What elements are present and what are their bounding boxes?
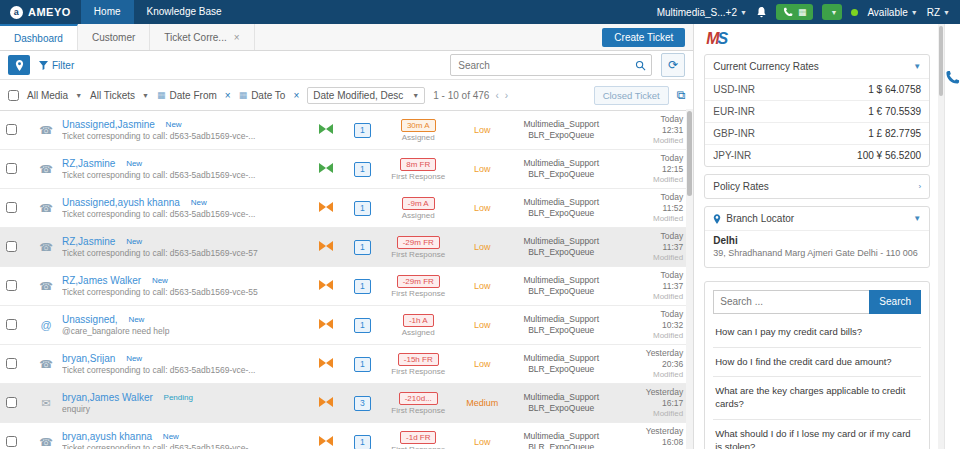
row-checkbox[interactable] <box>6 241 17 252</box>
select-all-checkbox[interactable] <box>8 90 19 101</box>
closed-ticket-button[interactable]: Closed Ticket <box>594 86 669 105</box>
row-checkbox-cell <box>6 397 30 410</box>
ticket-state-cell <box>305 241 347 253</box>
ticket-subject-link[interactable]: RZ,Jasmine <box>62 236 115 247</box>
date-from-picker[interactable]: ▦ Date From <box>157 90 217 101</box>
policy-panel-header[interactable]: Policy Rates › <box>705 175 929 198</box>
location-pin-button[interactable] <box>8 55 30 75</box>
count-cell: 1 <box>347 318 377 333</box>
ticket-filter-dropdown[interactable]: All Tickets ▼ <box>90 90 149 101</box>
row-checkbox[interactable] <box>6 124 17 135</box>
media-filter-dropdown[interactable]: All Media ▼ <box>27 90 82 101</box>
call-more-button[interactable]: ▼ <box>822 4 842 20</box>
refresh-button[interactable]: ⟳ <box>661 53 685 77</box>
table-row[interactable]: ☎ bryan,Srijan New Ticket corresponding … <box>0 345 693 384</box>
table-row[interactable]: ☎ bryan,ayush khanna New Ticket correspo… <box>0 423 693 449</box>
clear-date-from-icon[interactable]: × <box>225 90 231 101</box>
table-row[interactable]: ✉ bryan,James Walker Pending enquiry <box>0 384 693 423</box>
sla-badge: 30m A <box>401 119 436 132</box>
create-ticket-button[interactable]: Create Ticket <box>602 28 685 47</box>
sla-badge: -1h A <box>403 314 434 327</box>
sort-dropdown[interactable]: Date Modified, Desc ▼ <box>307 87 425 104</box>
queue-subname: BLR_ExpoQueue <box>505 442 617 449</box>
kb-search-bar: Search <box>713 290 921 314</box>
table-row[interactable]: ☎ RZ,Jasmine New Ticket corresponding to… <box>0 150 693 189</box>
prev-page-icon[interactable]: ‹ <box>495 90 498 101</box>
media-icon: ☎ <box>30 280 62 293</box>
sla-label: First Response <box>391 250 445 259</box>
ticket-subject-link[interactable]: bryan,ayush khanna <box>62 431 152 442</box>
ticket-state-icon <box>319 397 333 407</box>
tab-customer[interactable]: Customer <box>78 24 150 50</box>
availability-selector[interactable]: Available ▼ <box>867 7 917 18</box>
table-row[interactable]: @ Unassigned, New @care_bangalore need h… <box>0 306 693 345</box>
ticket-state-cell <box>305 124 347 136</box>
date-day: Yesterday <box>617 387 683 398</box>
filter-toggle[interactable]: Filter <box>39 60 74 71</box>
faq-item[interactable]: How can I pay my credit card bills? <box>713 318 921 348</box>
priority-label: Low <box>459 125 505 135</box>
search-input[interactable] <box>456 59 635 72</box>
ticket-subject-link[interactable]: bryan,James Walker <box>62 392 153 403</box>
sla-badge: -1d FR <box>400 431 436 444</box>
kb-search-button[interactable]: Search <box>869 290 921 314</box>
date-to-picker[interactable]: ▦ Date To <box>239 90 286 101</box>
faq-item[interactable]: What should I do if I lose my card or if… <box>713 420 921 449</box>
sidebar-scrollbar[interactable] <box>938 24 944 449</box>
campaign-selector[interactable]: Multimedia_S...+2 ▼ <box>657 7 747 18</box>
table-row[interactable]: ☎ Unassigned,ayush khanna New Ticket cor… <box>0 189 693 228</box>
faq-item[interactable]: How do I find the credit card due amount… <box>713 348 921 378</box>
ticket-title-cell: bryan,James Walker Pending enquiry <box>62 391 305 415</box>
top-navbar: a AMEYO Home Knowledge Base Multimedia_S… <box>0 0 960 24</box>
ticket-state-icon <box>319 124 333 134</box>
call-controls[interactable]: ▦ <box>776 4 814 20</box>
ticket-subtitle: Ticket corresponding to call: d563-5adb1… <box>62 170 305 181</box>
sla-badge: 8m FR <box>400 158 436 171</box>
user-menu[interactable]: RZ ▼ <box>927 7 950 18</box>
row-checkbox[interactable] <box>6 319 17 330</box>
row-checkbox[interactable] <box>6 163 17 174</box>
scrollbar-thumb[interactable] <box>687 111 692 196</box>
message-count-badge: 1 <box>354 162 371 177</box>
faq-item[interactable]: What are the key charges applicable to c… <box>713 377 921 420</box>
chevron-down-icon: ▼ <box>911 9 918 16</box>
tab-dashboard[interactable]: Dashboard <box>0 24 78 50</box>
clear-date-to-icon[interactable]: × <box>293 90 299 101</box>
kb-search-input[interactable] <box>713 290 869 314</box>
branch-panel-header[interactable]: Branch Locator ▼ <box>705 207 929 230</box>
ticket-subject-link[interactable]: RZ,James Walker <box>62 275 141 286</box>
row-checkbox[interactable] <box>6 280 17 291</box>
external-link-icon[interactable]: ⧉ <box>677 88 686 102</box>
sla-cell: 30m A Assigned <box>377 119 459 142</box>
nav-item-knowledge-base[interactable]: Knowledge Base <box>134 0 235 24</box>
currency-panel-header[interactable]: Current Currency Rates ▼ <box>705 55 929 78</box>
priority-label: Medium <box>459 398 505 408</box>
ticket-subject-link[interactable]: RZ,Jasmine <box>62 158 115 169</box>
message-count-badge: 1 <box>354 435 371 449</box>
table-row[interactable]: ☎ RZ,James Walker New Ticket correspondi… <box>0 267 693 306</box>
tab-ticket-correspondence[interactable]: Ticket Corre... × <box>150 24 254 50</box>
close-icon[interactable]: × <box>234 32 240 43</box>
row-checkbox[interactable] <box>6 358 17 369</box>
ticket-subject-link[interactable]: Unassigned,ayush khanna <box>62 197 180 208</box>
table-row[interactable]: ☎ RZ,Jasmine New Ticket corresponding to… <box>0 228 693 267</box>
ticket-state-icon <box>319 358 333 368</box>
chevron-down-icon: ▼ <box>913 214 921 223</box>
row-checkbox[interactable] <box>6 202 17 213</box>
ticket-subject-link[interactable]: Unassigned, <box>62 314 118 325</box>
scrollbar-thumb[interactable] <box>939 26 943 96</box>
ticket-subject-link[interactable]: Unassigned,Jasmine <box>62 119 155 130</box>
table-row[interactable]: ☎ Unassigned,Jasmine New Ticket correspo… <box>0 111 693 150</box>
next-page-icon[interactable]: › <box>505 90 508 101</box>
phone-icon[interactable] <box>945 70 960 449</box>
nav-item-home[interactable]: Home <box>81 0 134 24</box>
date-day: Today <box>617 114 683 125</box>
ticket-subject-link[interactable]: bryan,Srijan <box>62 353 115 364</box>
notifications-bell-icon[interactable] <box>756 6 767 18</box>
media-icon: @ <box>30 319 62 331</box>
row-checkbox[interactable] <box>6 397 17 408</box>
policy-panel-title: Policy Rates <box>713 181 769 192</box>
search-icon[interactable] <box>635 60 646 71</box>
list-scrollbar[interactable] <box>686 109 693 449</box>
row-checkbox[interactable] <box>6 436 17 447</box>
